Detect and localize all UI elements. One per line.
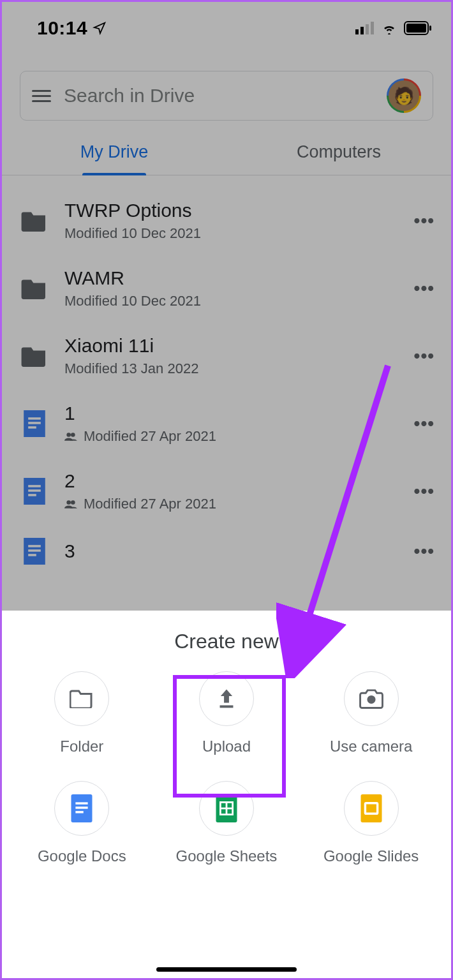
file-row[interactable]: TWRP OptionsModified 10 Dec 2021•••: [2, 187, 451, 255]
file-name: TWRP Options: [64, 200, 400, 221]
file-row[interactable]: 1Modified 27 Apr 2021•••: [2, 390, 451, 457]
file-info: 3: [64, 540, 400, 562]
upload-icon: [199, 671, 254, 726]
create-option-google-sheets[interactable]: Google Sheets: [154, 781, 299, 865]
sheet-title: Create new: [2, 630, 451, 653]
svg-rect-14: [28, 485, 41, 487]
svg-rect-33: [360, 794, 382, 822]
file-info: WAMRModified 10 Dec 2021: [64, 267, 400, 309]
svg-point-11: [66, 433, 71, 437]
document-icon: [19, 410, 50, 437]
svg-rect-6: [429, 26, 431, 31]
home-indicator[interactable]: [156, 967, 297, 972]
file-subtitle: Modified 27 Apr 2021: [64, 428, 400, 445]
tab-computers[interactable]: Computers: [226, 130, 451, 175]
folder-icon: [19, 345, 50, 367]
create-option-google-slides[interactable]: Google Slides: [299, 781, 443, 865]
svg-rect-15: [28, 489, 41, 492]
file-subtitle: Modified 10 Dec 2021: [64, 293, 400, 309]
create-option-use-camera[interactable]: Use camera: [299, 671, 443, 755]
svg-rect-21: [28, 549, 41, 552]
more-options-icon[interactable]: •••: [414, 211, 434, 231]
svg-point-18: [71, 500, 75, 505]
more-options-icon[interactable]: •••: [414, 413, 434, 434]
svg-rect-0: [355, 29, 359, 34]
document-icon: [19, 538, 50, 565]
svg-rect-3: [371, 22, 374, 34]
svg-rect-2: [366, 24, 369, 34]
tab-bar: My Drive Computers: [2, 130, 451, 175]
create-option-label: Folder: [60, 738, 103, 755]
document-icon: [19, 478, 50, 505]
file-name: 1: [64, 403, 400, 424]
svg-rect-9: [28, 422, 41, 424]
file-row[interactable]: WAMRModified 10 Dec 2021•••: [2, 255, 451, 322]
wifi-icon: [381, 22, 397, 34]
svg-point-24: [367, 695, 375, 704]
status-bar: 10:14: [2, 2, 451, 40]
more-options-icon[interactable]: •••: [414, 346, 434, 366]
camera-icon: [344, 671, 399, 726]
file-info: Xiaomi 11iModified 13 Jan 2022: [64, 335, 400, 377]
svg-rect-26: [76, 802, 88, 804]
file-name: WAMR: [64, 267, 400, 289]
location-arrow-icon: [93, 21, 107, 35]
file-subtitle: Modified 13 Jan 2022: [64, 360, 400, 377]
create-new-sheet: Create new FolderUploadUse cameraGoogle …: [2, 611, 451, 978]
svg-rect-27: [76, 806, 88, 808]
svg-rect-16: [28, 494, 36, 496]
svg-point-12: [71, 433, 75, 437]
file-info: 1Modified 27 Apr 2021: [64, 403, 400, 445]
more-options-icon[interactable]: •••: [414, 278, 434, 299]
status-icons: [355, 21, 432, 35]
file-row[interactable]: 2Modified 27 Apr 2021•••: [2, 457, 451, 525]
svg-rect-28: [76, 811, 84, 813]
create-option-folder[interactable]: Folder: [10, 671, 154, 755]
tab-my-drive[interactable]: My Drive: [2, 130, 226, 175]
menu-icon[interactable]: [32, 90, 51, 102]
file-info: 2Modified 27 Apr 2021: [64, 470, 400, 512]
file-subtitle: Modified 27 Apr 2021: [64, 496, 400, 512]
svg-rect-20: [28, 545, 41, 547]
folder-outline-icon: [54, 671, 109, 726]
svg-rect-23: [220, 705, 234, 708]
status-time: 10:14: [37, 17, 107, 39]
svg-rect-10: [28, 426, 36, 429]
create-option-upload[interactable]: Upload: [154, 671, 299, 755]
file-info: TWRP OptionsModified 10 Dec 2021: [64, 200, 400, 242]
svg-point-17: [66, 500, 71, 505]
create-option-label: Google Docs: [38, 847, 126, 865]
more-options-icon[interactable]: •••: [414, 541, 434, 561]
create-option-google-docs[interactable]: Google Docs: [10, 781, 154, 865]
search-input[interactable]: Search in Drive: [64, 85, 374, 107]
clock-text: 10:14: [37, 17, 87, 39]
file-name: 2: [64, 470, 400, 492]
account-avatar[interactable]: 🧑: [387, 78, 421, 113]
create-option-label: Use camera: [330, 738, 412, 755]
file-name: Xiaomi 11i: [64, 335, 400, 357]
file-row[interactable]: Xiaomi 11iModified 13 Jan 2022•••: [2, 322, 451, 390]
more-options-icon[interactable]: •••: [414, 481, 434, 501]
gslides-icon: [344, 781, 399, 836]
svg-rect-5: [406, 24, 426, 33]
svg-rect-1: [360, 27, 364, 34]
create-option-label: Upload: [202, 738, 251, 755]
search-bar[interactable]: Search in Drive 🧑: [20, 71, 433, 121]
cellular-icon: [355, 22, 375, 34]
file-name: 3: [64, 540, 400, 562]
svg-rect-8: [28, 417, 41, 420]
gdocs-icon: [54, 781, 109, 836]
file-row[interactable]: 3•••: [2, 525, 451, 577]
create-option-label: Google Slides: [323, 847, 419, 865]
create-option-label: Google Sheets: [176, 847, 278, 865]
gsheets-icon: [199, 781, 254, 836]
svg-rect-22: [28, 554, 36, 556]
folder-icon: [19, 278, 50, 299]
file-list: TWRP OptionsModified 10 Dec 2021•••WAMRM…: [2, 187, 451, 577]
battery-icon: [404, 21, 432, 35]
folder-icon: [19, 210, 50, 232]
file-subtitle: Modified 10 Dec 2021: [64, 225, 400, 242]
